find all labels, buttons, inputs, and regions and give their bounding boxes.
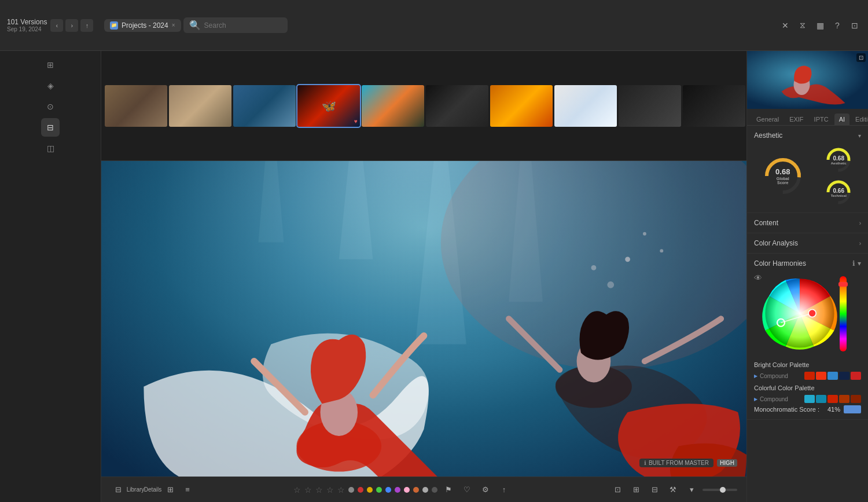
close-button[interactable]: ✕ bbox=[779, 19, 792, 32]
star-4[interactable]: ☆ bbox=[326, 485, 334, 494]
bottom-center: ☆ ☆ ☆ ☆ ☆ ⚑ ♡ ⚙ ↑ bbox=[293, 482, 512, 497]
mono-score-row: Monochromatic Score : 41% bbox=[754, 405, 861, 413]
right-panel: ⊡ General EXIF IPTC AI Edition Aesthetic… bbox=[746, 51, 868, 502]
film-thumb-4[interactable]: 🦋 ♥ bbox=[297, 85, 360, 127]
heart-btn[interactable]: ♡ bbox=[459, 482, 475, 497]
underwater-svg bbox=[101, 161, 746, 477]
star-2[interactable]: ☆ bbox=[304, 485, 312, 494]
center-area: 🦋 ♥ bbox=[101, 51, 746, 502]
color-wheel-container: 👁 bbox=[754, 273, 861, 354]
eye-icon[interactable]: 👁 bbox=[754, 273, 762, 283]
help-button[interactable]: ? bbox=[831, 19, 844, 32]
film-thumb-7[interactable] bbox=[490, 85, 553, 127]
color-dot-ltgrey[interactable] bbox=[422, 487, 428, 493]
bright-play-icon[interactable]: ▶ bbox=[754, 373, 757, 379]
bottom-icon-btn[interactable]: ⊟ bbox=[111, 482, 126, 497]
color-harmonies-icons: ℹ ▾ bbox=[852, 259, 861, 268]
share-btn[interactable]: ↑ bbox=[496, 482, 512, 497]
aesthetic-section-header[interactable]: Aesthetic ▾ bbox=[754, 131, 861, 140]
film-thumb-3[interactable] bbox=[233, 85, 296, 127]
view-toggle-btn[interactable]: ⊡ bbox=[610, 482, 625, 497]
star-1[interactable]: ☆ bbox=[293, 485, 301, 494]
film-thumb-2[interactable] bbox=[169, 85, 231, 127]
colorful-palette-section: Colorful Color Palette ▶ Compound bbox=[754, 384, 861, 403]
tab-iptc[interactable]: IPTC bbox=[810, 113, 833, 125]
color-dot-dkgrey[interactable] bbox=[432, 487, 437, 493]
aesthetic-title: Aesthetic bbox=[754, 131, 782, 140]
color-dot-pink[interactable] bbox=[404, 487, 410, 493]
grid-view-btn[interactable]: ⊞ bbox=[163, 482, 178, 497]
colorful-swatch-5 bbox=[851, 395, 861, 403]
multi-view-btn[interactable]: ⊞ bbox=[628, 482, 643, 497]
content-title: Content bbox=[754, 219, 778, 227]
preview-expand-btn[interactable]: ⊡ bbox=[856, 53, 866, 62]
color-dot-blue[interactable] bbox=[385, 487, 391, 493]
color-dot-green[interactable] bbox=[376, 487, 382, 493]
mono-label: Monochromatic Score : bbox=[754, 406, 819, 413]
nav-up-button[interactable]: ↑ bbox=[80, 19, 93, 32]
tool1-btn[interactable]: ⚒ bbox=[665, 482, 681, 497]
sidebar-icon-5[interactable]: ◫ bbox=[41, 139, 60, 157]
details-btn[interactable]: Details bbox=[145, 482, 160, 497]
film-thumb-5[interactable] bbox=[362, 85, 424, 127]
film-thumb-1[interactable] bbox=[105, 85, 167, 127]
flag-btn[interactable]: ⚑ bbox=[441, 482, 456, 497]
bright-swatch-2 bbox=[816, 372, 826, 380]
star-3[interactable]: ☆ bbox=[315, 485, 323, 494]
film-strip[interactable]: 🦋 ♥ bbox=[101, 51, 746, 161]
color-wheel-svg[interactable] bbox=[762, 276, 837, 351]
tab-close-button[interactable]: × bbox=[172, 22, 175, 28]
colorful-palette-label-row: Colorful Color Palette bbox=[754, 384, 861, 391]
gauge-aesthetic: 0.68 Aesthetic bbox=[824, 145, 853, 174]
tab-exif[interactable]: EXIF bbox=[785, 113, 808, 125]
overlay-badges: ℹ BUILT FROM MASTER HIGH bbox=[639, 459, 737, 467]
right-preview-toolbar: ⊡ bbox=[856, 53, 866, 62]
color-harmonies-section: Color Harmonies ℹ ▾ 👁 bbox=[747, 254, 868, 420]
right-gauges: 0.68 Aesthetic bbox=[824, 145, 853, 207]
film-thumb-10[interactable] bbox=[683, 85, 745, 127]
left-sidebar: ⊞ ◈ ⊙ ⊟ ◫ bbox=[0, 51, 101, 502]
tab-general[interactable]: General bbox=[752, 113, 784, 125]
star-5[interactable]: ☆ bbox=[337, 485, 345, 494]
bright-palette-name-row: ▶ Compound bbox=[754, 372, 861, 380]
color-dot-orange[interactable] bbox=[413, 487, 419, 493]
main-content: ⊞ ◈ ⊙ ⊟ ◫ 🦋 bbox=[0, 51, 868, 502]
content-section[interactable]: Content › bbox=[747, 213, 868, 233]
bright-palette-label: Bright Color Palette bbox=[754, 361, 809, 368]
zoom-slider[interactable] bbox=[703, 489, 737, 491]
color-dot-purple[interactable] bbox=[395, 487, 400, 493]
nav-forward-button[interactable]: › bbox=[65, 19, 78, 32]
settings-btn[interactable]: ⚙ bbox=[478, 482, 493, 497]
layout-button[interactable]: ⊡ bbox=[848, 19, 861, 32]
projects-tab[interactable]: 📁 Projects - 2024 × bbox=[104, 19, 181, 32]
color-bar-thumb bbox=[838, 282, 848, 287]
film-thumb-8[interactable] bbox=[554, 85, 617, 127]
colorful-play-icon[interactable]: ▶ bbox=[754, 397, 757, 402]
sidebar-icon-3[interactable]: ⊙ bbox=[41, 97, 60, 116]
expand-harmonies-icon[interactable]: ▾ bbox=[858, 259, 861, 268]
tab-edition[interactable]: Edition bbox=[851, 113, 868, 125]
color-dot-red[interactable] bbox=[358, 487, 363, 493]
search-input[interactable] bbox=[204, 21, 274, 30]
filter-button[interactable]: ⧖ bbox=[796, 19, 809, 32]
info-harmonies-icon[interactable]: ℹ bbox=[852, 259, 855, 268]
tab-ai[interactable]: AI bbox=[834, 113, 849, 125]
technical-score-value: 0.66 Technical bbox=[831, 188, 847, 197]
panel-btn[interactable]: ⊟ bbox=[647, 482, 662, 497]
search-bar: 🔍 bbox=[183, 17, 288, 33]
film-thumb-9[interactable] bbox=[619, 85, 681, 127]
sidebar-icon-4[interactable]: ⊟ bbox=[41, 118, 60, 137]
library-btn[interactable]: Library bbox=[128, 482, 143, 497]
list-view-btn[interactable]: ≡ bbox=[180, 482, 195, 497]
color-dot-yellow[interactable] bbox=[367, 487, 373, 493]
color-bar[interactable] bbox=[840, 276, 847, 351]
nav-back-button[interactable]: ‹ bbox=[50, 19, 63, 32]
color-dot-grey[interactable] bbox=[348, 487, 354, 493]
chart-button[interactable]: ▦ bbox=[814, 19, 826, 32]
zoom-control bbox=[703, 489, 737, 491]
color-analysis-section[interactable]: Color Analysis › bbox=[747, 233, 868, 254]
film-thumb-6[interactable] bbox=[426, 85, 488, 127]
sidebar-icon-1[interactable]: ⊞ bbox=[41, 56, 60, 74]
sidebar-icon-2[interactable]: ◈ bbox=[41, 76, 60, 95]
chevron-btn[interactable]: ▾ bbox=[684, 482, 699, 497]
